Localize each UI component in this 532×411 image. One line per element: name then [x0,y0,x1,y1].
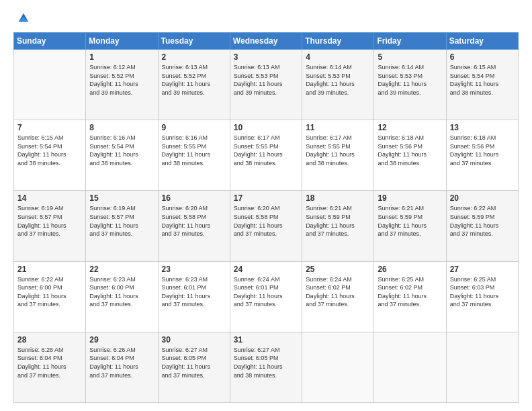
day-number: 29 [89,335,154,345]
day-info: Sunrise: 6:13 AM Sunset: 5:52 PM Dayligh… [162,63,226,97]
day-number: 19 [378,193,442,203]
day-info: Sunrise: 6:17 AM Sunset: 5:55 PM Dayligh… [306,134,370,167]
calendar-cell: 13Sunrise: 6:18 AM Sunset: 5:56 PM Dayli… [446,120,518,191]
calendar-cell: 11Sunrise: 6:17 AM Sunset: 5:55 PM Dayli… [302,120,374,191]
day-info: Sunrise: 6:13 AM Sunset: 5:53 PM Dayligh… [234,63,298,97]
day-info: Sunrise: 6:15 AM Sunset: 5:54 PM Dayligh… [17,134,82,167]
day-number: 30 [162,335,226,345]
day-number: 2 [162,52,226,62]
calendar-cell: 16Sunrise: 6:20 AM Sunset: 5:58 PM Dayli… [158,191,230,261]
day-info: Sunrise: 6:20 AM Sunset: 5:58 PM Dayligh… [162,204,226,238]
calendar-header-thursday: Thursday [302,33,374,50]
day-info: Sunrise: 6:12 AM Sunset: 5:52 PM Dayligh… [89,63,154,97]
day-number: 10 [234,123,298,132]
day-info: Sunrise: 6:18 AM Sunset: 5:56 PM Dayligh… [450,134,515,167]
day-info: Sunrise: 6:21 AM Sunset: 5:59 PM Dayligh… [306,204,370,238]
calendar-cell: 19Sunrise: 6:21 AM Sunset: 5:59 PM Dayli… [374,191,446,261]
day-info: Sunrise: 6:22 AM Sunset: 5:59 PM Dayligh… [450,204,515,238]
calendar-header-saturday: Saturday [446,33,518,50]
day-info: Sunrise: 6:27 AM Sunset: 6:05 PM Dayligh… [162,346,226,379]
day-info: Sunrise: 6:22 AM Sunset: 6:00 PM Dayligh… [17,275,82,309]
calendar-cell: 27Sunrise: 6:25 AM Sunset: 6:03 PM Dayli… [446,261,518,332]
calendar-cell [14,50,86,120]
day-number: 11 [306,123,370,132]
calendar-cell: 14Sunrise: 6:19 AM Sunset: 5:57 PM Dayli… [14,191,86,261]
day-info: Sunrise: 6:20 AM Sunset: 5:58 PM Dayligh… [234,204,298,238]
day-number: 31 [234,335,298,345]
calendar-cell: 8Sunrise: 6:16 AM Sunset: 5:54 PM Daylig… [86,120,158,191]
calendar-cell: 6Sunrise: 6:15 AM Sunset: 5:54 PM Daylig… [446,50,518,120]
day-info: Sunrise: 6:24 AM Sunset: 6:01 PM Dayligh… [234,275,298,309]
day-number: 4 [306,52,370,62]
calendar-cell: 25Sunrise: 6:24 AM Sunset: 6:02 PM Dayli… [302,261,374,332]
calendar-cell: 28Sunrise: 6:26 AM Sunset: 6:04 PM Dayli… [14,332,86,402]
day-info: Sunrise: 6:21 AM Sunset: 5:59 PM Dayligh… [378,204,442,238]
day-number: 27 [450,265,515,274]
day-info: Sunrise: 6:27 AM Sunset: 6:05 PM Dayligh… [234,346,298,379]
day-info: Sunrise: 6:23 AM Sunset: 6:01 PM Dayligh… [162,275,226,309]
calendar-cell [374,332,446,402]
header [13,11,519,26]
day-info: Sunrise: 6:23 AM Sunset: 6:00 PM Dayligh… [89,275,154,309]
calendar-week-5: 28Sunrise: 6:26 AM Sunset: 6:04 PM Dayli… [14,332,519,402]
day-info: Sunrise: 6:18 AM Sunset: 5:56 PM Dayligh… [378,134,442,167]
calendar-header-row: SundayMondayTuesdayWednesdayThursdayFrid… [14,33,519,50]
calendar-cell [446,332,518,402]
calendar-cell: 2Sunrise: 6:13 AM Sunset: 5:52 PM Daylig… [158,50,230,120]
day-info: Sunrise: 6:26 AM Sunset: 6:04 PM Dayligh… [17,346,82,379]
day-number: 6 [450,52,515,62]
day-number: 21 [17,265,82,274]
calendar-header-sunday: Sunday [14,33,86,50]
calendar-cell [302,332,374,402]
calendar-cell: 5Sunrise: 6:14 AM Sunset: 5:53 PM Daylig… [374,50,446,120]
calendar-cell: 29Sunrise: 6:26 AM Sunset: 6:04 PM Dayli… [86,332,158,402]
calendar-cell: 22Sunrise: 6:23 AM Sunset: 6:00 PM Dayli… [86,261,158,332]
day-info: Sunrise: 6:14 AM Sunset: 5:53 PM Dayligh… [378,63,442,97]
calendar-header-monday: Monday [86,33,158,50]
day-info: Sunrise: 6:16 AM Sunset: 5:54 PM Dayligh… [89,134,154,167]
calendar-cell: 17Sunrise: 6:20 AM Sunset: 5:58 PM Dayli… [230,191,302,261]
day-info: Sunrise: 6:17 AM Sunset: 5:55 PM Dayligh… [234,134,298,167]
day-number: 18 [306,193,370,203]
day-number: 1 [89,52,154,62]
calendar-week-1: 1Sunrise: 6:12 AM Sunset: 5:52 PM Daylig… [14,50,519,120]
day-number: 16 [162,193,226,203]
day-number: 3 [234,52,298,62]
day-number: 25 [306,265,370,274]
calendar-cell: 18Sunrise: 6:21 AM Sunset: 5:59 PM Dayli… [302,191,374,261]
calendar-cell: 20Sunrise: 6:22 AM Sunset: 5:59 PM Dayli… [446,191,518,261]
calendar-cell: 31Sunrise: 6:27 AM Sunset: 6:05 PM Dayli… [230,332,302,402]
day-info: Sunrise: 6:19 AM Sunset: 5:57 PM Dayligh… [89,204,154,238]
day-number: 12 [378,123,442,132]
day-info: Sunrise: 6:14 AM Sunset: 5:53 PM Dayligh… [306,63,370,97]
calendar-cell: 12Sunrise: 6:18 AM Sunset: 5:56 PM Dayli… [374,120,446,191]
day-number: 26 [378,265,442,274]
day-number: 22 [89,265,154,274]
calendar-header-friday: Friday [374,33,446,50]
day-info: Sunrise: 6:26 AM Sunset: 6:04 PM Dayligh… [89,346,154,379]
calendar-cell: 9Sunrise: 6:16 AM Sunset: 5:55 PM Daylig… [158,120,230,191]
calendar-cell: 10Sunrise: 6:17 AM Sunset: 5:55 PM Dayli… [230,120,302,191]
day-number: 24 [234,265,298,274]
calendar-cell: 15Sunrise: 6:19 AM Sunset: 5:57 PM Dayli… [86,191,158,261]
calendar-header-wednesday: Wednesday [230,33,302,50]
day-number: 13 [450,123,515,132]
day-info: Sunrise: 6:25 AM Sunset: 6:03 PM Dayligh… [450,275,515,309]
day-number: 28 [17,335,82,345]
day-number: 20 [450,193,515,203]
calendar-cell: 1Sunrise: 6:12 AM Sunset: 5:52 PM Daylig… [86,50,158,120]
day-number: 15 [89,193,154,203]
logo [13,11,31,26]
calendar-cell: 24Sunrise: 6:24 AM Sunset: 6:01 PM Dayli… [230,261,302,332]
day-number: 17 [234,193,298,203]
calendar-cell: 21Sunrise: 6:22 AM Sunset: 6:00 PM Dayli… [14,261,86,332]
calendar-table: SundayMondayTuesdayWednesdayThursdayFrid… [13,32,519,403]
calendar-cell: 3Sunrise: 6:13 AM Sunset: 5:53 PM Daylig… [230,50,302,120]
day-number: 14 [17,193,82,203]
calendar-cell: 30Sunrise: 6:27 AM Sunset: 6:05 PM Dayli… [158,332,230,402]
page: SundayMondayTuesdayWednesdayThursdayFrid… [0,0,532,411]
day-info: Sunrise: 6:15 AM Sunset: 5:54 PM Dayligh… [450,63,515,97]
calendar-week-4: 21Sunrise: 6:22 AM Sunset: 6:00 PM Dayli… [14,261,519,332]
calendar-header-tuesday: Tuesday [158,33,230,50]
day-number: 8 [89,123,154,132]
